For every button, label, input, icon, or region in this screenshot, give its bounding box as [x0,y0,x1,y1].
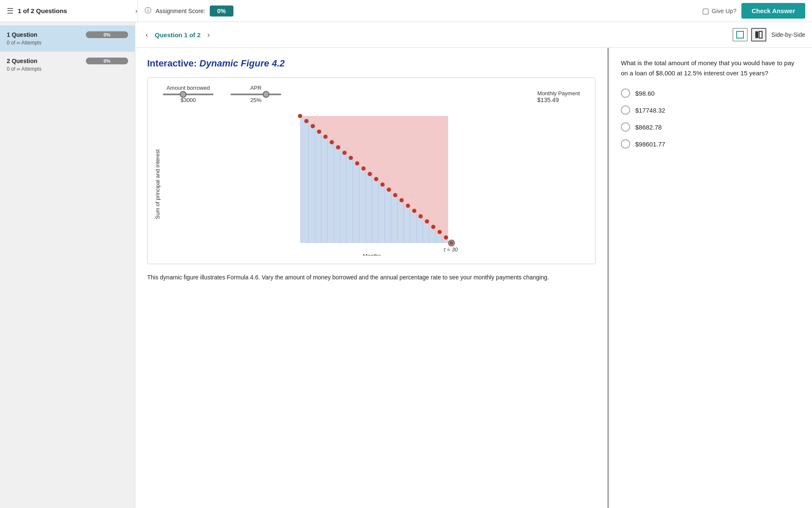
question-label: Question 1 of 2 [155,31,200,39]
svg-point-41 [400,198,404,202]
give-up-label: Give Up? [712,8,736,14]
sidebar-item-1[interactable]: 1 Question 0% 0 of ∞ Attempts [0,25,135,52]
svg-point-44 [419,214,423,218]
svg-point-38 [381,182,385,187]
svg-point-50 [450,241,453,245]
option-label-0: $98.60 [635,90,655,97]
give-up-icon: ▢ [702,6,709,16]
figure-description: This dynamic figure illustrates Formula … [147,273,595,282]
sidebar-item-2[interactable]: 2 Question 0% 0 of ∞ Attempts [0,52,135,78]
radio-option-3[interactable] [621,139,630,149]
view-sidebyside-button[interactable] [751,28,766,41]
svg-rect-0 [737,31,743,38]
svg-point-35 [362,166,366,171]
apr-label: APR [250,85,262,91]
svg-point-37 [374,177,379,181]
sidebar-item-2-sub: 0 of ∞ Attempts [7,66,128,72]
amount-borrowed-slider-group: Amount borrowed $3000 [163,85,214,103]
svg-point-33 [349,156,353,160]
svg-point-30 [330,140,334,144]
svg-point-40 [393,193,398,197]
collapse-button[interactable]: › [135,7,137,15]
option-label-2: $8682.78 [635,124,662,131]
next-question-button[interactable]: › [204,29,213,41]
sidebar-item-2-progress-label: 0% [104,58,110,64]
check-answer-button[interactable]: Check Answer [741,3,805,19]
sidebar-item-2-top: 2 Question 0% [7,58,128,64]
svg-rect-1 [755,31,758,38]
radio-option-1[interactable] [621,105,630,115]
left-panel: Interactive: Dynamic Figure 4.2 Amount b… [135,48,609,508]
amount-borrowed-value: $3000 [181,97,196,103]
svg-point-28 [317,130,321,134]
give-up-button[interactable]: ▢ Give Up? [702,6,736,16]
svg-point-43 [412,209,417,213]
chart-svg: t = 30 Months [164,112,588,256]
sidebar-item-1-top: 1 Question 0% [7,31,128,38]
sidebar-item-1-progress-label: 0% [104,32,110,37]
view-full-button[interactable] [732,28,748,41]
interactive-title-italic: Dynamic Figure 4.2 [200,58,285,69]
sidebar-item-1-sub: 0 of ∞ Attempts [7,40,128,46]
answer-option-2[interactable]: $8682.78 [621,122,800,132]
option-label-3: $98601.77 [635,141,665,148]
answer-option-0[interactable]: $98.60 [621,88,800,98]
svg-point-42 [406,204,410,208]
info-icon: ⓘ [145,6,151,15]
svg-rect-2 [759,31,762,38]
amount-borrowed-track [163,94,214,95]
answer-option-3[interactable]: $98601.77 [621,139,800,149]
x-axis-label: Months [363,253,381,256]
prev-question-button[interactable]: ‹ [142,29,151,41]
question-nav: ‹ Question 1 of 2 › Side-by-Side [135,22,812,48]
svg-point-39 [387,188,391,192]
header-title: 1 of 2 Questions [18,7,67,14]
main-layout: 1 Question 0% 0 of ∞ Attempts 2 Question… [0,22,812,508]
apr-value: 25% [250,97,261,103]
monthly-payment-group: Monthly Payment $135.49 [538,90,580,103]
right-panel: What is the total amount of money that y… [609,48,812,508]
sidebar-item-1-progress: 0% [86,31,128,38]
header-right: ▢ Give Up? Check Answer [702,3,805,19]
svg-point-36 [368,172,372,176]
svg-point-32 [343,151,347,155]
figure-container: Amount borrowed $3000 APR 25% [147,77,595,264]
view-label: Side-by-Side [771,31,805,38]
svg-point-45 [425,219,429,224]
monthly-payment-value: $135.49 [538,97,580,103]
assignment-score-label: Assignment Score: [156,8,206,14]
svg-point-34 [355,161,359,166]
header-left: ☰ 1 of 2 Questions › [7,0,138,22]
svg-point-26 [304,119,309,123]
svg-point-27 [311,124,315,128]
content-area: ‹ Question 1 of 2 › Side-by-Side [135,22,812,508]
sidebar-item-2-name: 2 Question [7,58,37,64]
svg-point-29 [324,135,328,139]
svg-point-47 [438,230,442,234]
sliders-row: Amount borrowed $3000 APR 25% [154,85,588,103]
interactive-title-plain: Interactive: [147,58,200,69]
apr-thumb[interactable] [263,91,269,98]
question-text: What is the total amount of money that y… [621,58,800,78]
amount-borrowed-thumb[interactable] [180,91,187,98]
view-toggles: Side-by-Side [732,28,805,41]
full-view-icon [736,30,744,39]
monthly-payment-label: Monthly Payment [538,90,580,97]
apr-slider-group: APR 25% [230,85,281,103]
chart-wrapper: Sum of principal and interest [154,112,588,257]
sidebar: 1 Question 0% 0 of ∞ Attempts 2 Question… [0,22,135,508]
svg-point-46 [431,225,436,229]
top-header: ☰ 1 of 2 Questions › ⓘ Assignment Score:… [0,0,812,22]
apr-track [230,94,281,95]
answer-option-1[interactable]: $17748.32 [621,105,800,115]
svg-point-48 [444,235,448,240]
amount-borrowed-label: Amount borrowed [167,85,210,91]
interactive-title: Interactive: Dynamic Figure 4.2 [147,58,595,69]
sidebar-item-2-progress: 0% [86,58,128,64]
hamburger-icon[interactable]: ☰ [7,6,14,16]
t-label: t = 30 [444,246,458,253]
radio-option-2[interactable] [621,122,630,132]
side-by-side-container: Interactive: Dynamic Figure 4.2 Amount b… [135,48,812,508]
radio-option-0[interactable] [621,88,630,98]
sidebar-item-1-name: 1 Question [7,31,37,38]
